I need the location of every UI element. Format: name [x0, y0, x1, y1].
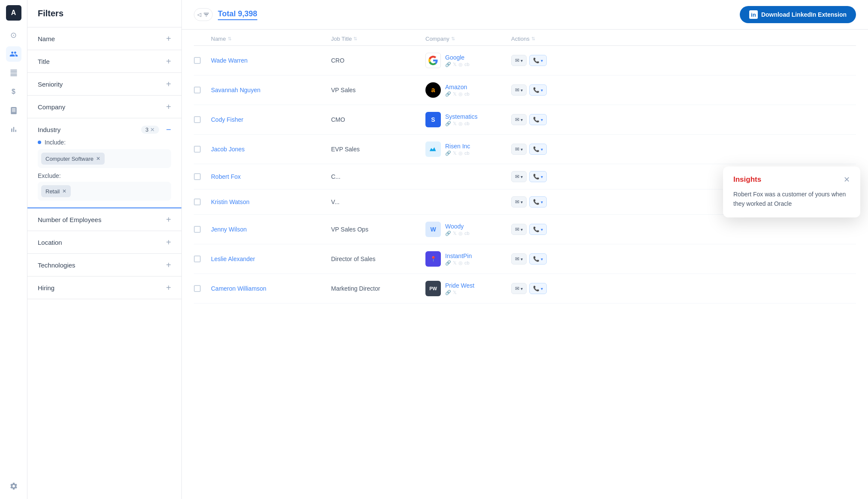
link-icon[interactable]: 🔗: [445, 290, 451, 295]
company-icons: 🔗 𝕏 ◎ cb: [445, 62, 470, 67]
crunchbase-icon[interactable]: ◎: [458, 91, 463, 97]
person-name[interactable]: Jenny Wilson: [211, 226, 247, 233]
company-name[interactable]: Google: [445, 54, 470, 61]
crunchbase-icon[interactable]: ◎: [458, 121, 463, 126]
insights-close-btn[interactable]: ✕: [844, 175, 850, 184]
email-btn[interactable]: ✉ ▾: [511, 55, 527, 66]
col-company[interactable]: Company ⇅: [425, 36, 511, 42]
table-icon[interactable]: [6, 65, 21, 81]
email-btn[interactable]: ✉ ▾: [511, 224, 527, 235]
filter-employees-add[interactable]: +: [166, 215, 171, 224]
cb-icon[interactable]: cb: [464, 62, 470, 67]
filter-hiring-add[interactable]: +: [166, 283, 171, 292]
person-name[interactable]: Cameron Williamson: [211, 285, 266, 292]
link-icon[interactable]: 🔗: [445, 231, 451, 236]
dashboard-icon[interactable]: ⊙: [6, 27, 21, 43]
phone-btn[interactable]: 📞 ▾: [529, 55, 547, 66]
col-jobtitle[interactable]: Job Title ⇅: [331, 36, 425, 42]
email-btn[interactable]: ✉ ▾: [511, 253, 527, 265]
settings-icon[interactable]: [6, 478, 21, 494]
crunchbase-icon[interactable]: ◎: [458, 62, 463, 67]
company-name[interactable]: InstantPin: [445, 253, 472, 259]
person-name[interactable]: Robert Fox: [211, 173, 241, 180]
row-checkbox[interactable]: [194, 198, 201, 205]
filter-location-add[interactable]: +: [166, 238, 171, 246]
email-btn[interactable]: ✉ ▾: [511, 171, 527, 182]
link-icon[interactable]: 🔗: [445, 91, 451, 97]
filter-company-add[interactable]: +: [166, 102, 171, 111]
cb-icon[interactable]: cb: [464, 91, 470, 97]
chart-icon[interactable]: [6, 122, 21, 137]
book-icon[interactable]: [6, 103, 21, 118]
filter-title-add[interactable]: +: [166, 57, 171, 66]
insights-text: Robert Fox was a customer of yours when …: [733, 189, 850, 209]
person-name[interactable]: Cody Fisher: [211, 116, 243, 123]
filter-name-add[interactable]: +: [166, 34, 171, 43]
phone-btn[interactable]: 📞 ▾: [529, 144, 547, 155]
row-checkbox[interactable]: [194, 57, 201, 64]
link-icon[interactable]: 🔗: [445, 260, 451, 266]
row-checkbox[interactable]: [194, 173, 201, 180]
email-btn[interactable]: ✉ ▾: [511, 84, 527, 96]
company-icons: 🔗 𝕏: [445, 290, 474, 295]
company-name[interactable]: Risen Inc: [445, 143, 470, 150]
email-btn[interactable]: ✉ ▾: [511, 144, 527, 155]
twitter-icon[interactable]: 𝕏: [453, 91, 457, 97]
row-checkbox[interactable]: [194, 87, 201, 93]
cb-icon[interactable]: cb: [464, 260, 470, 266]
tag-remove-retail[interactable]: ✕: [62, 188, 66, 194]
phone-btn[interactable]: 📞 ▾: [529, 283, 547, 294]
email-btn[interactable]: ✉ ▾: [511, 114, 527, 125]
filter-technologies-add[interactable]: +: [166, 261, 171, 269]
row-checkbox[interactable]: [194, 226, 201, 233]
twitter-icon[interactable]: 𝕏: [453, 62, 457, 67]
filter-toggle-btn[interactable]: ◁: [194, 8, 213, 21]
cb-icon[interactable]: cb: [464, 231, 470, 236]
company-name[interactable]: Pride West: [445, 282, 474, 289]
phone-btn[interactable]: 📞 ▾: [529, 224, 547, 235]
phone-btn[interactable]: 📞 ▾: [529, 196, 547, 207]
dollar-icon[interactable]: $: [6, 84, 21, 99]
twitter-icon[interactable]: 𝕏: [453, 150, 457, 156]
filter-seniority-add[interactable]: +: [166, 80, 171, 88]
company-name[interactable]: Amazon: [445, 84, 470, 90]
person-name[interactable]: Kristin Watson: [211, 198, 250, 205]
row-checkbox[interactable]: [194, 116, 201, 123]
link-icon[interactable]: 🔗: [445, 121, 451, 126]
table-row: Jenny Wilson VP Sales Ops W Woody 🔗 𝕏 ◎ …: [194, 215, 856, 244]
linkedin-btn[interactable]: in Download LinkedIn Extension: [740, 6, 856, 23]
twitter-icon[interactable]: 𝕏: [453, 231, 457, 236]
industry-badge-clear[interactable]: ✕: [150, 126, 155, 133]
row-checkbox[interactable]: [194, 256, 201, 262]
person-name[interactable]: Wade Warren: [211, 57, 247, 64]
job-title: C...: [331, 173, 341, 180]
phone-btn[interactable]: 📞 ▾: [529, 171, 547, 182]
row-checkbox[interactable]: [194, 285, 201, 292]
person-name[interactable]: Jacob Jones: [211, 146, 245, 153]
person-name[interactable]: Savannah Nguyen: [211, 87, 260, 93]
phone-btn[interactable]: 📞 ▾: [529, 84, 547, 96]
crunchbase-icon[interactable]: ◎: [458, 231, 463, 236]
link-icon[interactable]: 🔗: [445, 150, 451, 156]
twitter-icon[interactable]: 𝕏: [453, 260, 457, 266]
company-logo: 📍: [425, 251, 441, 267]
filter-industry-collapse[interactable]: −: [166, 125, 171, 134]
cb-icon[interactable]: cb: [464, 150, 470, 156]
cb-icon[interactable]: cb: [464, 121, 470, 126]
col-name[interactable]: Name ⇅: [211, 36, 331, 42]
phone-btn[interactable]: 📞 ▾: [529, 253, 547, 265]
row-checkbox[interactable]: [194, 146, 201, 153]
email-btn[interactable]: ✉ ▾: [511, 283, 527, 294]
twitter-icon[interactable]: 𝕏: [453, 290, 457, 295]
people-icon[interactable]: [6, 46, 21, 62]
company-name[interactable]: Woody: [445, 223, 470, 230]
crunchbase-icon[interactable]: ◎: [458, 260, 463, 266]
twitter-icon[interactable]: 𝕏: [453, 121, 457, 126]
phone-btn[interactable]: 📞 ▾: [529, 114, 547, 125]
crunchbase-icon[interactable]: ◎: [458, 150, 463, 156]
company-name[interactable]: Systematics: [445, 113, 477, 120]
tag-remove-cs[interactable]: ✕: [96, 156, 100, 162]
email-btn[interactable]: ✉ ▾: [511, 196, 527, 207]
person-name[interactable]: Leslie Alexander: [211, 256, 255, 262]
link-icon[interactable]: 🔗: [445, 62, 451, 67]
